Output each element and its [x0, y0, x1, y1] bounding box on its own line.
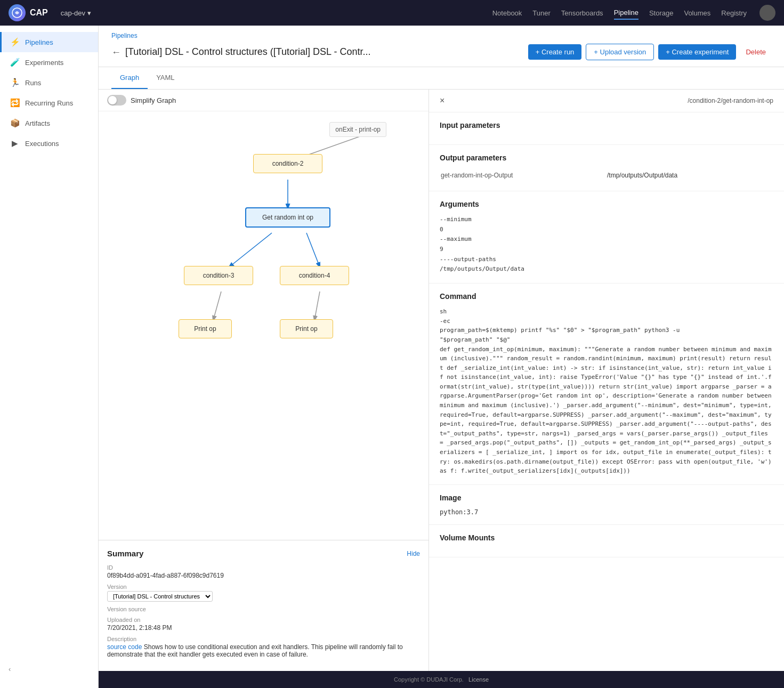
summary-version-row: Version [Tutorial] DSL - Control structu…	[107, 584, 420, 602]
nav-tensorboards[interactable]: Tensorboards	[561, 7, 603, 19]
create-experiment-button[interactable]: + Create experiment	[658, 44, 736, 60]
summary-description-label: Description	[107, 636, 420, 642]
simplify-graph-label: Simplify Graph	[131, 96, 176, 104]
node-print-op-2-label: Print op	[295, 325, 317, 333]
user-avatar[interactable]	[759, 5, 775, 21]
output-params-title: Output parameters	[440, 153, 773, 162]
sidebar-item-runs[interactable]: 🏃 Runs	[0, 72, 98, 93]
summary-version-label: Version	[107, 584, 420, 590]
output-params-table: get-random-int-op-Output /tmp/outputs/Ou…	[440, 168, 773, 182]
summary-panel: Summary Hide ID 0f89b4dd-a091-4fad-a887-…	[99, 540, 429, 671]
summary-description-value: source code Shows how to use conditional…	[107, 643, 420, 658]
sidebar-item-pipelines[interactable]: ⚡ Pipelines	[0, 32, 98, 52]
nav-pipeline[interactable]: Pipeline	[614, 6, 638, 20]
node-condition-3[interactable]: condition-3	[184, 266, 253, 285]
detail-close-button[interactable]: ×	[440, 96, 444, 106]
tab-bar: Graph YAML	[99, 67, 784, 90]
summary-uploaded-value: 7/20/2021, 2:18:48 PM	[107, 624, 420, 632]
node-get-random-label: Get random int op	[262, 214, 313, 221]
sidebar-item-recurring-runs[interactable]: 🔁 Recurring Runs	[0, 93, 98, 113]
node-print-op-2[interactable]: Print op	[280, 319, 333, 338]
node-condition-2[interactable]: condition-2	[253, 154, 322, 173]
sidebar-item-experiments[interactable]: 🧪 Experiments	[0, 52, 98, 72]
arguments-title: Arguments	[440, 200, 773, 208]
arguments-content: --minimum 0 --maximum 9 ----output-paths…	[440, 215, 773, 274]
version-dropdown[interactable]: [Tutorial] DSL - Control structures	[107, 591, 213, 602]
executions-icon: ▶	[10, 139, 20, 148]
node-get-random-int-op[interactable]: Get random int op	[245, 207, 330, 228]
nav-tuner[interactable]: Tuner	[532, 7, 550, 19]
detail-path: /condition-2/get-random-int-op	[688, 97, 773, 104]
sidebar-label-experiments: Experiments	[25, 59, 63, 67]
pipeline-container: onExit - print-op condition-2 Get random…	[109, 122, 418, 431]
sidebar-item-executions[interactable]: ▶ Executions	[0, 133, 98, 153]
app-layout: ⚡ Pipelines 🧪 Experiments 🏃 Runs 🔁 Recur…	[0, 26, 784, 688]
command-content: sh -ec program_path=$(mktemp) printf "%s…	[440, 307, 773, 476]
svg-line-4	[306, 233, 320, 267]
detail-input-params-section: Input parameters	[429, 112, 784, 145]
footer-text: Copyright © DUDAJI Corp.	[394, 676, 464, 683]
artifacts-icon: 📦	[10, 118, 20, 128]
workspace-selector[interactable]: cap-dev ▾	[61, 9, 91, 17]
summary-version-source-row: Version source	[107, 606, 420, 612]
description-source-link[interactable]: source code	[107, 643, 142, 651]
experiments-icon: 🧪	[10, 58, 20, 67]
footer-license-link[interactable]: License	[468, 676, 489, 683]
sidebar-label-artifacts: Artifacts	[25, 119, 50, 127]
upload-version-button[interactable]: + Upload version	[586, 44, 654, 60]
breadcrumb[interactable]: Pipelines	[111, 32, 771, 39]
nav-storage[interactable]: Storage	[649, 7, 674, 19]
sidebar-label-recurring-runs: Recurring Runs	[25, 99, 73, 107]
dropdown-chevron: ▾	[87, 9, 91, 17]
page-title-row: ← [Tutorial] DSL - Control structures ([…	[111, 44, 771, 60]
app-name: CAP	[30, 8, 48, 18]
nav-links: Notebook Tuner Tensorboards Pipeline Sto…	[492, 6, 747, 20]
toggle-knob	[108, 96, 117, 104]
detail-image-section: Image python:3.7	[429, 485, 784, 525]
nav-registry[interactable]: Registry	[721, 7, 747, 19]
summary-id-label: ID	[107, 564, 420, 571]
delete-button[interactable]: Delete	[740, 44, 771, 60]
output-param-name: get-random-int-op-Output	[441, 169, 606, 181]
recurring-runs-icon: 🔁	[10, 98, 20, 108]
sidebar-item-artifacts[interactable]: 📦 Artifacts	[0, 113, 98, 133]
svg-line-3	[229, 233, 272, 267]
back-button[interactable]: ←	[111, 47, 121, 57]
app-logo: CAP	[9, 4, 48, 21]
graph-panel: Simplify Graph	[99, 90, 429, 671]
summary-description-row: Description source code Shows how to use…	[107, 636, 420, 658]
detail-header: × /condition-2/get-random-int-op	[429, 90, 784, 112]
summary-title: Summary	[107, 549, 143, 558]
create-run-button[interactable]: + Create run	[528, 44, 582, 60]
svg-line-6	[314, 292, 320, 320]
input-params-title: Input parameters	[440, 121, 773, 129]
node-print-op-1[interactable]: Print op	[179, 319, 232, 338]
tab-yaml[interactable]: YAML	[148, 67, 183, 89]
content-area: Simplify Graph	[99, 90, 784, 671]
simplify-graph-toggle[interactable]	[107, 95, 126, 106]
pipelines-icon: ⚡	[10, 37, 20, 47]
sidebar-label-pipelines: Pipelines	[25, 38, 53, 46]
sidebar-collapse-button[interactable]: ‹	[0, 661, 98, 677]
detail-command-section: Command sh -ec program_path=$(mktemp) pr…	[429, 284, 784, 485]
detail-volume-mounts-section: Volume Mounts	[429, 525, 784, 557]
summary-version-value-row: [Tutorial] DSL - Control structures	[107, 591, 420, 602]
summary-uploaded-row: Uploaded on 7/20/2021, 2:18:48 PM	[107, 617, 420, 632]
node-condition-4[interactable]: condition-4	[280, 266, 349, 285]
image-value: python:3.7	[440, 508, 773, 516]
node-print-op-1-label: Print op	[194, 325, 216, 333]
nav-notebook[interactable]: Notebook	[492, 7, 522, 19]
page-header: Pipelines ← [Tutorial] DSL - Control str…	[99, 26, 784, 67]
detail-panel: × /condition-2/get-random-int-op Input p…	[429, 90, 784, 671]
svg-line-5	[213, 292, 221, 320]
sidebar-label-executions: Executions	[25, 140, 59, 148]
main-content: Pipelines ← [Tutorial] DSL - Control str…	[99, 26, 784, 688]
nav-volumes[interactable]: Volumes	[684, 7, 710, 19]
tab-graph[interactable]: Graph	[111, 67, 148, 89]
summary-version-source-label: Version source	[107, 606, 420, 612]
hide-summary-button[interactable]: Hide	[407, 550, 420, 557]
output-param-path: /tmp/outputs/Output/data	[607, 169, 772, 181]
workspace-name: cap-dev	[61, 9, 85, 17]
detail-output-params-section: Output parameters get-random-int-op-Outp…	[429, 145, 784, 191]
sidebar: ⚡ Pipelines 🧪 Experiments 🏃 Runs 🔁 Recur…	[0, 26, 99, 688]
